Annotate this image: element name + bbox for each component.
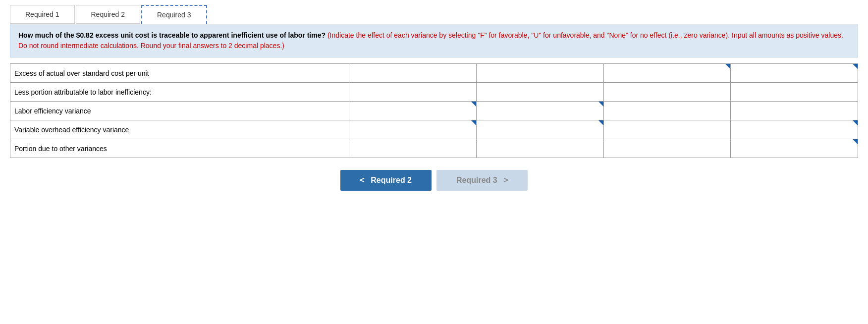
row-0-cell-2[interactable] bbox=[603, 64, 731, 83]
row-3-cell-2[interactable] bbox=[603, 120, 731, 139]
row-4-input-1[interactable] bbox=[477, 139, 603, 158]
row-2-cell-2[interactable] bbox=[603, 102, 731, 120]
row-4-input-2[interactable] bbox=[604, 139, 731, 158]
row-2-cell-0[interactable] bbox=[349, 102, 477, 120]
instruction-box: How much of the $0.82 excess unit cost i… bbox=[10, 24, 858, 57]
table-row: Labor efficiency variance bbox=[10, 102, 858, 120]
row-3-input-3[interactable] bbox=[731, 120, 858, 139]
row-3-label: Variable overhead efficiency variance bbox=[10, 120, 349, 139]
row-1-cell-0[interactable] bbox=[349, 83, 477, 102]
tab-required-1-label: Required 1 bbox=[25, 10, 59, 18]
row-2-cell-3[interactable] bbox=[731, 102, 858, 120]
forward-icon: > bbox=[503, 176, 508, 184]
table-row: Less portion attributable to labor ineff… bbox=[10, 83, 858, 102]
row-3-input-0[interactable] bbox=[349, 120, 476, 139]
tab-required-1[interactable]: Required 1 bbox=[10, 5, 75, 24]
row-3-input-1[interactable] bbox=[477, 120, 603, 139]
tab-required-2[interactable]: Required 2 bbox=[76, 5, 141, 24]
row-3-cell-0[interactable] bbox=[349, 120, 477, 139]
table-row: Excess of actual over standard cost per … bbox=[10, 64, 858, 83]
row-0-input-3[interactable] bbox=[731, 64, 858, 82]
row-3-input-2[interactable] bbox=[604, 120, 731, 139]
table-row: Variable overhead efficiency variance bbox=[10, 120, 858, 139]
tab-required-3[interactable]: Required 3 bbox=[141, 5, 207, 24]
row-2-label: Labor efficiency variance bbox=[10, 102, 349, 120]
row-1-input-1[interactable] bbox=[477, 83, 603, 101]
row-1-input-2[interactable] bbox=[604, 83, 731, 101]
back-icon: < bbox=[360, 176, 365, 184]
row-1-cell-1[interactable] bbox=[477, 83, 604, 102]
row-0-input-0[interactable] bbox=[349, 64, 476, 82]
row-1-input-0[interactable] bbox=[349, 83, 476, 101]
row-2-input-2[interactable] bbox=[604, 102, 731, 120]
row-4-input-0[interactable] bbox=[349, 139, 476, 158]
row-2-input-3[interactable] bbox=[731, 102, 858, 120]
row-4-cell-0[interactable] bbox=[349, 139, 477, 158]
tab-required-2-label: Required 2 bbox=[91, 10, 125, 18]
page-wrapper: Required 1 Required 2 Required 3 How muc… bbox=[0, 0, 868, 201]
instruction-black-text: How much of the $0.82 excess unit cost i… bbox=[18, 31, 326, 39]
row-1-cell-3[interactable] bbox=[731, 83, 858, 102]
row-3-cell-3[interactable] bbox=[731, 120, 858, 139]
tab-required-3-label: Required 3 bbox=[157, 11, 191, 19]
row-1-cell-2[interactable] bbox=[603, 83, 731, 102]
row-0-cell-0[interactable] bbox=[349, 64, 477, 83]
row-1-input-3[interactable] bbox=[731, 83, 858, 101]
row-3-cell-1[interactable] bbox=[477, 120, 604, 139]
row-4-cell-2[interactable] bbox=[603, 139, 731, 158]
row-2-input-0[interactable] bbox=[349, 102, 476, 120]
back-button[interactable]: < Required 2 bbox=[340, 170, 432, 191]
row-1-label: Less portion attributable to labor ineff… bbox=[10, 83, 349, 102]
row-0-input-2[interactable] bbox=[604, 64, 731, 82]
forward-button-label: Required 3 bbox=[456, 176, 497, 184]
forward-button[interactable]: Required 3 > bbox=[436, 170, 528, 191]
row-2-cell-1[interactable] bbox=[477, 102, 604, 120]
nav-buttons: < Required 2 Required 3 > bbox=[10, 170, 858, 191]
row-4-label: Portion due to other variances bbox=[10, 139, 349, 158]
row-0-label: Excess of actual over standard cost per … bbox=[10, 64, 349, 83]
row-4-cell-3[interactable] bbox=[731, 139, 858, 158]
row-4-input-3[interactable] bbox=[731, 139, 858, 158]
data-table: Excess of actual over standard cost per … bbox=[10, 63, 858, 158]
back-button-label: Required 2 bbox=[371, 176, 412, 184]
row-0-cell-3[interactable] bbox=[731, 64, 858, 83]
row-4-cell-1[interactable] bbox=[477, 139, 604, 158]
table-row: Portion due to other variances bbox=[10, 139, 858, 158]
row-0-cell-1[interactable] bbox=[477, 64, 604, 83]
tabs-container: Required 1 Required 2 Required 3 bbox=[10, 5, 858, 24]
row-2-input-1[interactable] bbox=[477, 102, 603, 120]
row-0-input-1[interactable] bbox=[477, 64, 603, 82]
